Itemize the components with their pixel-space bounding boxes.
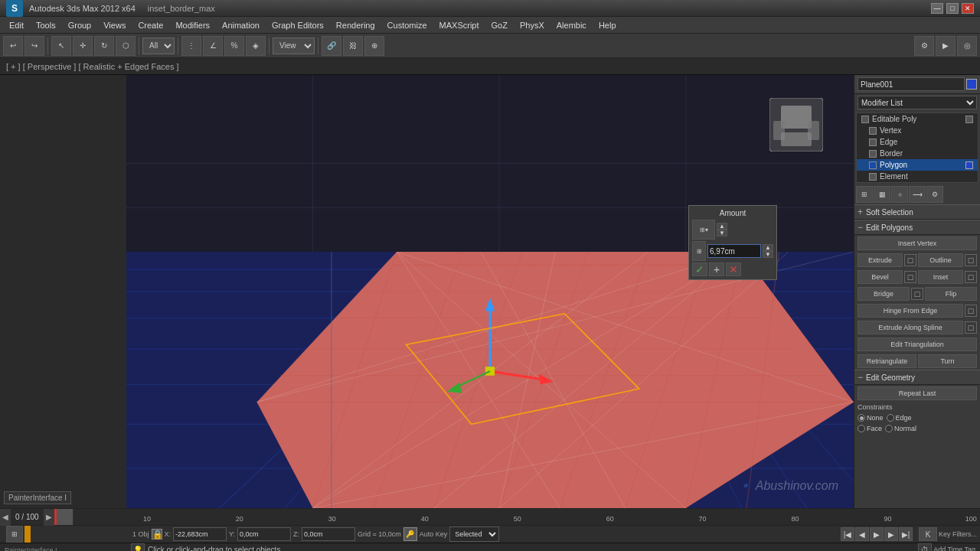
rp-edge-path[interactable]: ⟶ (909, 186, 926, 203)
tb-spinner-snap[interactable]: ◈ (246, 36, 266, 56)
y-value[interactable]: 0,0cm (237, 527, 291, 541)
amount-ok-button[interactable]: ✓ (692, 262, 707, 276)
menu-help[interactable]: Help (593, 19, 622, 31)
bridge-btn[interactable]: Bridge (858, 287, 910, 301)
z-value[interactable]: 0,0cm (302, 527, 355, 541)
object-name-input[interactable] (858, 77, 965, 91)
extrude-btn[interactable]: Extrude (858, 253, 903, 267)
face-radio[interactable] (858, 425, 865, 432)
tb-scale[interactable]: ⬡ (116, 36, 136, 56)
turn-btn[interactable]: Turn (918, 354, 977, 368)
tb-undo[interactable]: ↩ (3, 36, 23, 56)
tb-percent-snap[interactable]: % (224, 36, 244, 56)
repeat-last-btn[interactable]: Repeat Last (858, 386, 977, 400)
tb-render-setup[interactable]: ⚙ (914, 36, 934, 56)
tb-select[interactable]: ↖ (51, 36, 71, 56)
menu-create[interactable]: Create (132, 19, 169, 31)
rp-frame[interactable]: ▦ (874, 186, 890, 203)
timeline-forward-arrow[interactable]: ▶ (44, 509, 54, 526)
rp-select-mode[interactable]: ⊞ (856, 186, 873, 203)
bridge-settings-btn[interactable]: □ (911, 288, 923, 300)
outline-settings-btn[interactable]: □ (965, 254, 977, 266)
edit-polygons-header[interactable]: − Edit Polygons (854, 220, 980, 235)
menu-tools[interactable]: Tools (30, 19, 62, 31)
mod-edge[interactable]: Edge (857, 136, 978, 148)
object-color-swatch[interactable] (966, 79, 977, 90)
mod-polygon[interactable]: Polygon (857, 159, 978, 171)
tb-unlink[interactable]: ⛓ (343, 36, 363, 56)
tb-material[interactable]: ◎ (957, 36, 977, 56)
auto-key-dropdown[interactable]: Selected (449, 527, 499, 542)
menu-animation[interactable]: Animation (216, 19, 266, 31)
menu-maxscript[interactable]: MAXScript (433, 19, 485, 31)
x-value[interactable]: -22,683cm (173, 527, 227, 541)
maximize-button[interactable]: □ (946, 3, 959, 14)
extrude-settings-btn[interactable]: □ (904, 254, 916, 266)
inset-settings-btn[interactable]: □ (965, 271, 977, 283)
timeline-back-arrow[interactable]: ◀ (0, 509, 11, 526)
hinge-settings-btn[interactable]: □ (965, 305, 977, 317)
bevel-settings-btn[interactable]: □ (904, 271, 916, 283)
mini-viewport-btn[interactable]: ⊞ (6, 526, 23, 543)
none-radio-label[interactable]: None (858, 414, 884, 422)
minimize-button[interactable]: — (931, 3, 943, 14)
close-button[interactable]: ✕ (962, 3, 974, 14)
retriangulate-btn[interactable]: Retriangulate (858, 354, 916, 368)
menu-views[interactable]: Views (97, 19, 132, 31)
goto-end-btn[interactable]: ▶| (899, 527, 913, 541)
mod-border[interactable]: Border (857, 148, 978, 159)
edge-radio-label[interactable]: Edge (887, 414, 912, 422)
play-btn[interactable]: ▶ (870, 527, 884, 541)
menu-customize[interactable]: Customize (381, 19, 433, 31)
next-frame-btn[interactable]: ▶ (884, 527, 898, 541)
amount-add-button[interactable]: + (709, 262, 724, 276)
tb-angle-snap[interactable]: ∠ (203, 36, 223, 56)
timeline-bar[interactable]: 10 20 30 40 50 60 70 80 90 100 (54, 509, 980, 525)
amount-cancel-button[interactable]: ✕ (726, 262, 741, 276)
extrude-spline-btn[interactable]: Extrude Along Spline (858, 321, 963, 334)
tb-move[interactable]: ✛ (73, 36, 93, 56)
modifier-list-dropdown[interactable]: Modifier List (858, 96, 977, 109)
tb-rotate[interactable]: ↻ (94, 36, 114, 56)
view-dropdown[interactable]: View (273, 37, 315, 54)
mod-vertex[interactable]: Vertex (857, 125, 978, 136)
normal-radio[interactable] (885, 425, 893, 432)
insert-vertex-btn[interactable]: Insert Vertex (858, 236, 977, 250)
inset-btn[interactable]: Inset (918, 270, 963, 284)
menu-alembic[interactable]: Alembic (550, 19, 593, 31)
none-radio[interactable] (858, 414, 865, 422)
filter-dropdown[interactable]: All (142, 37, 175, 54)
goto-start-btn[interactable]: |◀ (841, 527, 854, 541)
edge-radio[interactable] (887, 414, 894, 422)
menu-goz[interactable]: GoZ (485, 19, 514, 31)
menu-physx[interactable]: PhysX (514, 19, 550, 31)
lock-icon[interactable]: 🔒 (152, 529, 162, 540)
prev-frame-btn[interactable]: ◀ (855, 527, 869, 541)
flip-btn[interactable]: Flip (925, 287, 977, 301)
menu-edit[interactable]: Edit (3, 19, 30, 31)
amount-down[interactable]: ▼ (717, 230, 727, 236)
hinge-btn[interactable]: Hinge From Edge (858, 304, 963, 318)
menu-rendering[interactable]: Rendering (330, 19, 381, 31)
bevel-btn[interactable]: Bevel (858, 270, 903, 284)
tb-bind[interactable]: ⊕ (364, 36, 384, 56)
mod-element[interactable]: Element (857, 171, 978, 182)
face-radio-label[interactable]: Face (858, 425, 882, 432)
tb-link[interactable]: 🔗 (322, 36, 341, 56)
rp-settings[interactable]: ⚙ (926, 186, 943, 203)
edit-triangulation-btn[interactable]: Edit Triangulation (858, 337, 977, 351)
normal-radio-label[interactable]: Normal (885, 425, 916, 432)
mod-editable-poly[interactable]: Editable Poly (857, 113, 978, 125)
amount-spin-up[interactable]: ▲ (763, 244, 773, 251)
tb-snap[interactable]: ⋮ (181, 36, 201, 56)
amount-up[interactable]: ▲ (717, 223, 727, 230)
outline-btn[interactable]: Outline (918, 253, 963, 267)
add-time-tag-label[interactable]: Add Time Tag (933, 546, 975, 551)
tb-redo[interactable]: ↪ (24, 36, 44, 56)
soft-selection-header[interactable]: + Soft Selection (854, 204, 980, 220)
extrude-spline-settings-btn[interactable]: □ (965, 321, 977, 334)
viewport-gizmo[interactable] (769, 98, 823, 152)
amount-spin-down[interactable]: ▼ (763, 251, 773, 258)
menu-group[interactable]: Group (62, 19, 98, 31)
menu-modifiers[interactable]: Modifiers (169, 19, 216, 31)
